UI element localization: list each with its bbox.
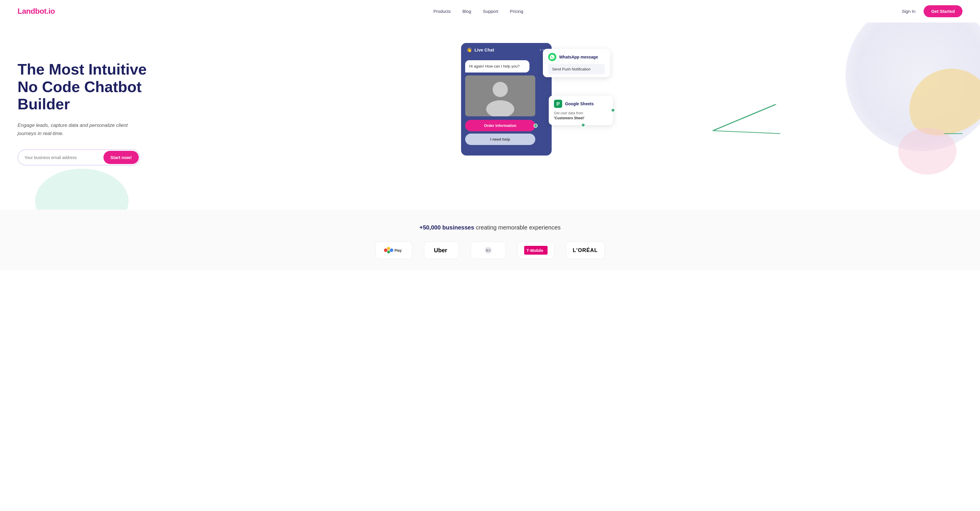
nav-blog[interactable]: Blog xyxy=(463,9,471,14)
nav-pricing[interactable]: Pricing xyxy=(510,9,523,14)
whatsapp-icon xyxy=(548,53,556,61)
svg-point-12 xyxy=(387,250,390,253)
logo-dot: .io xyxy=(46,7,55,16)
whatsapp-card: WhatsApp message Send Push Notification xyxy=(543,49,610,77)
nav-right: Sign In Get Started xyxy=(902,5,963,17)
order-info-button[interactable]: Order information xyxy=(465,120,535,131)
nav-products[interactable]: Products xyxy=(433,9,450,14)
hero-left: The Most Intuitive No Code Chatbot Build… xyxy=(18,61,414,166)
sheets-description: Get user data from 'Customers Sheet' xyxy=(554,111,608,121)
email-input[interactable] xyxy=(18,151,103,165)
sign-in-link[interactable]: Sign In xyxy=(902,9,915,14)
whatsapp-card-header: WhatsApp message xyxy=(548,53,605,61)
svg-text:T‑Mobile: T‑Mobile xyxy=(527,248,544,253)
sheets-icon xyxy=(554,100,562,108)
chat-header: 👋 Live Chat xyxy=(461,43,552,57)
hero-right: 👋 Live Chat Hi again! How can I help you… xyxy=(452,40,963,186)
chat-body: Hi again! How can I help you? Order info… xyxy=(461,57,552,151)
hero-subtitle: Engage leads, capture data and personali… xyxy=(18,121,140,138)
chat-bubble: Hi again! How can I help you? xyxy=(465,60,530,73)
brand3-logo: B3 xyxy=(481,246,496,255)
empowering-count: +50,000 businesses xyxy=(419,224,474,231)
bottom-section: +50,000 businesses creating memorable ex… xyxy=(0,210,980,271)
hero-section: The Most Intuitive No Code Chatbot Build… xyxy=(0,22,980,210)
wave-icon: 👋 xyxy=(466,47,472,53)
sheets-connector-dot-bottom xyxy=(581,123,585,127)
tmobile-logo: T‑Mobile xyxy=(524,246,547,255)
get-started-button[interactable]: Get Started xyxy=(924,5,963,17)
logo-text: Landbot xyxy=(18,7,46,16)
start-now-button[interactable]: Start now! xyxy=(103,151,139,164)
svg-rect-7 xyxy=(556,102,560,103)
uber-logo: Uber xyxy=(433,246,450,255)
bg-shape-green xyxy=(35,169,129,210)
send-push-item: Send Push Notification xyxy=(548,64,605,74)
chat-panel: 👋 Live Chat Hi again! How can I help you… xyxy=(461,43,552,156)
svg-point-4 xyxy=(493,82,508,97)
sheets-svg xyxy=(555,101,561,107)
svg-point-10 xyxy=(384,248,387,252)
svg-point-13 xyxy=(390,248,393,252)
empowering-text: +50,000 businesses creating memorable ex… xyxy=(18,224,963,231)
email-form: Start now! xyxy=(18,150,140,166)
svg-point-11 xyxy=(387,247,390,250)
need-help-button[interactable]: I need help xyxy=(465,134,535,145)
brand-logos: Play Uber B3 T‑Mobile L'ORÉAL xyxy=(18,242,963,259)
google-play-logo: Play xyxy=(382,246,406,255)
sheets-card-header: Google Sheets xyxy=(554,100,608,108)
order-dot xyxy=(533,124,538,128)
whatsapp-svg xyxy=(550,55,555,59)
nav-support[interactable]: Support xyxy=(483,9,498,14)
brand-3: B3 xyxy=(471,242,506,259)
sheets-card: Google Sheets Get user data from 'Custom… xyxy=(549,96,613,125)
svg-text:Play: Play xyxy=(395,248,402,253)
person-image xyxy=(465,75,535,116)
navbar: Landbot.io Products Blog Support Pricing… xyxy=(0,0,980,22)
sheets-connector-dot-right xyxy=(611,108,615,113)
whatsapp-title: WhatsApp message xyxy=(559,55,598,59)
hero-title: The Most Intuitive No Code Chatbot Build… xyxy=(18,61,414,113)
svg-line-0 xyxy=(713,104,776,131)
svg-rect-9 xyxy=(556,105,558,105)
person-silhouette-svg xyxy=(465,75,535,116)
sheets-title: Google Sheets xyxy=(565,102,594,106)
brand-uber: Uber xyxy=(424,242,459,259)
logo[interactable]: Landbot.io xyxy=(18,7,55,16)
brand-loreal: L'ORÉAL xyxy=(566,242,604,259)
svg-text:B3: B3 xyxy=(486,248,491,253)
brand-google-play: Play xyxy=(375,242,412,259)
brand-tmobile: T‑Mobile xyxy=(517,242,554,259)
svg-rect-8 xyxy=(556,103,560,104)
svg-text:Uber: Uber xyxy=(434,247,447,253)
nav-links: Products Blog Support Pricing xyxy=(433,9,523,14)
svg-line-1 xyxy=(713,131,780,134)
chat-header-title: 👋 Live Chat xyxy=(466,47,495,53)
live-chat-label: Live Chat xyxy=(474,47,495,53)
